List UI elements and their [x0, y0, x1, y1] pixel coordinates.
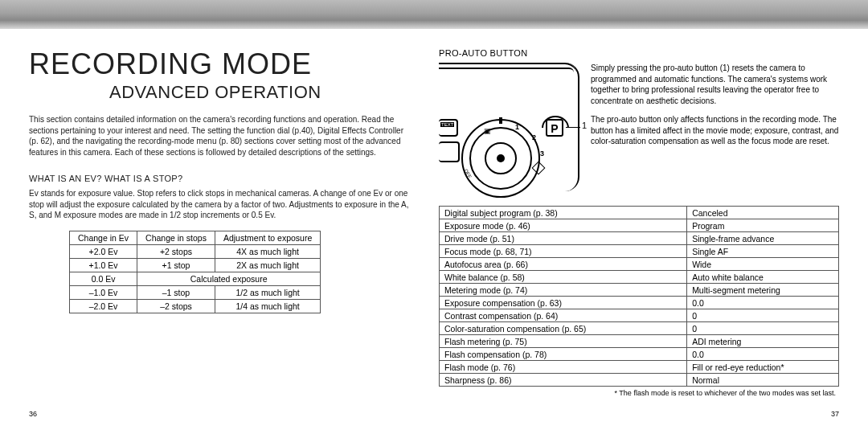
pro-auto-para-2: The pro-auto button only affects functio…	[591, 114, 839, 147]
camera-icon: ▣	[484, 127, 491, 135]
table-row: Focus mode (p. 68, 71)Single AF	[440, 245, 839, 258]
pro-auto-para-1: Simply pressing the pro-auto button (1) …	[591, 63, 839, 106]
table-row: Flash metering (p. 75)ADI metering	[440, 335, 839, 348]
pro-auto-heading: PRO-AUTO BUTTON	[439, 48, 839, 58]
table-row: –2.0 Ev–2 stops1/4 as much light	[70, 299, 321, 313]
table-row: –1.0 Ev–1 stop1/2 as much light	[70, 285, 321, 299]
right-page: PRO-AUTO BUTTON TEXT P 1 ▣ 1 2 3	[439, 29, 839, 397]
table-row: Flash compensation (p. 78)0.0	[440, 348, 839, 361]
table-row: Exposure compensation (p. 63)0.0	[440, 297, 839, 309]
table-row: Autofocus area (p. 66)Wide	[440, 258, 839, 271]
left-page: RECORDING MODE ADVANCED OPERATION This s…	[29, 29, 415, 397]
ev-table: Change in EvChange in stopsAdjustment to…	[69, 231, 321, 313]
callout-1: 1	[582, 121, 587, 130]
page-number-right: 37	[831, 410, 839, 418]
table-row: Metering mode (p. 74)Multi-segment meter…	[440, 284, 839, 297]
table-row: Contrast compensation (p. 64)0	[440, 309, 839, 322]
page-subtitle: ADVANCED OPERATION	[109, 82, 415, 103]
reset-table: Digital subject program (p. 38)CanceledE…	[439, 206, 839, 387]
table-row: Drive mode (p. 51)Single-frame advance	[440, 232, 839, 245]
table-row: Exposure mode (p. 46)Program	[440, 219, 839, 232]
ev-paragraph: Ev stands for exposure value. Stop refer…	[29, 188, 415, 221]
table-row: Color-saturation compensation (p. 65)0	[440, 322, 839, 335]
text-icon: TEXT	[440, 122, 454, 127]
table-row: White balance (p. 58)Auto white balance	[440, 271, 839, 284]
table-header: Adjustment to exposure	[215, 231, 320, 244]
camera-diagram: TEXT P 1 ▣ 1 2 3 OFF	[439, 63, 579, 198]
table-header: Change in stops	[137, 231, 215, 244]
footnote: * The flash mode is reset to whichever o…	[439, 389, 839, 397]
page-number-left: 36	[29, 410, 37, 418]
p-button-icon: P	[546, 119, 563, 137]
page-title: RECORDING MODE	[29, 50, 415, 79]
table-row: 0.0 EvCalculated exposure	[70, 272, 321, 285]
table-header: Change in Ev	[70, 231, 137, 244]
ev-heading: WHAT IS AN EV? WHAT IS A STOP?	[29, 174, 415, 183]
top-gradient-bar	[0, 0, 868, 29]
table-row: Flash mode (p. 76)Fill or red-eye reduct…	[440, 361, 839, 374]
table-row: Digital subject program (p. 38)Canceled	[440, 207, 839, 219]
table-row: Sharpness (p. 86)Normal	[440, 374, 839, 387]
table-row: +2.0 Ev+2 stops4X as much light	[70, 244, 321, 258]
table-row: +1.0 Ev+1 stop2X as much light	[70, 258, 321, 272]
intro-paragraph: This section contains detailed informati…	[29, 114, 415, 158]
